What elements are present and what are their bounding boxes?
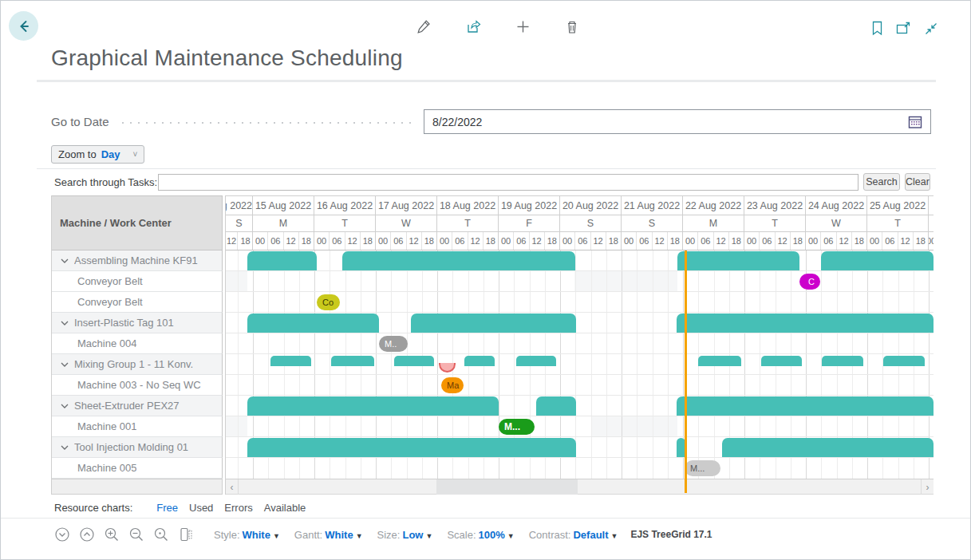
gantt-bar[interactable] xyxy=(342,251,575,270)
scroll-left-arrow[interactable]: ‹ xyxy=(226,479,239,495)
delete-icon[interactable] xyxy=(565,19,579,34)
footer-separator xyxy=(1,518,971,519)
gantt-bar[interactable] xyxy=(761,356,802,366)
print-layout-icon[interactable] xyxy=(177,526,195,543)
gantt-bar[interactable] xyxy=(677,314,934,333)
timeline-hour-cell: 18 xyxy=(299,232,314,250)
row-gridline xyxy=(226,436,934,437)
goto-date-field[interactable]: 8/22/2022 xyxy=(424,109,931,134)
task-chip[interactable]: M.. xyxy=(379,336,408,352)
scroll-right-arrow[interactable]: › xyxy=(921,479,934,495)
open-in-window-icon[interactable] xyxy=(896,21,911,36)
gantt-bar[interactable] xyxy=(821,251,934,270)
tree-group-row[interactable]: Tool Injection Molding 01 xyxy=(52,437,223,458)
zoom-in-icon[interactable] xyxy=(103,526,120,543)
gantt-bar[interactable] xyxy=(247,396,499,416)
gantt-bar[interactable] xyxy=(822,356,863,366)
timeline-hour-cell: 00 xyxy=(929,232,934,250)
hour-gridline xyxy=(668,250,669,479)
edit-icon[interactable] xyxy=(416,19,432,34)
search-button[interactable]: Search xyxy=(863,173,900,191)
tree-child-row[interactable]: Machine 004 xyxy=(52,333,223,354)
scrollbar-thumb[interactable] xyxy=(436,479,578,495)
gantt-bar[interactable] xyxy=(464,356,495,366)
chevron-down-icon[interactable] xyxy=(61,404,69,408)
resource-chart-option-used[interactable]: Used xyxy=(189,502,213,514)
tree-panel-footer xyxy=(52,479,223,495)
control-value: White xyxy=(325,529,353,541)
share-icon[interactable] xyxy=(466,19,481,34)
gantt-horizontal-scrollbar[interactable]: ‹ › xyxy=(226,479,934,495)
gantt-bar[interactable] xyxy=(411,314,576,333)
add-icon[interactable] xyxy=(515,19,531,34)
resource-chart-option-free[interactable]: Free xyxy=(156,502,178,514)
gantt-bar[interactable] xyxy=(883,356,925,366)
zoom-reset-icon[interactable] xyxy=(152,526,170,543)
gantt-bar[interactable] xyxy=(331,356,374,366)
tree-group-row[interactable]: Insert-Plastic Tag 101 xyxy=(52,313,223,333)
timeline-date-cell: 16 Aug 2022 xyxy=(314,195,376,215)
gantt-bar[interactable] xyxy=(516,356,556,366)
back-button[interactable] xyxy=(9,11,38,41)
chevron-down-icon[interactable] xyxy=(61,321,69,325)
gantt-grid-body: CCoM..MaM...M... xyxy=(226,250,934,479)
clear-button[interactable]: Clear xyxy=(905,173,930,191)
timeline-hour-cell: 00 xyxy=(253,232,268,250)
tree-group-row[interactable]: Mixing Group 1 - 11 Konv. xyxy=(52,354,223,375)
goto-date-value[interactable]: 8/22/2022 xyxy=(424,116,908,128)
gantt-bar[interactable] xyxy=(247,438,576,457)
footer-control-gantt[interactable]: Gantt:White▼ xyxy=(294,529,363,541)
calendar-icon[interactable] xyxy=(908,115,924,129)
chevron-down-icon: ˅ xyxy=(133,150,138,159)
resource-chart-option-errors[interactable]: Errors xyxy=(224,502,252,514)
gantt-bar[interactable] xyxy=(722,438,934,457)
tree-group-row[interactable]: Sheet-Extruder PEX27 xyxy=(52,396,223,416)
tree-child-row[interactable]: Machine 005 xyxy=(52,458,223,479)
gantt-treegrid: Machine / Work Center Assembling Machine… xyxy=(51,195,942,495)
gantt-bar[interactable] xyxy=(698,356,741,366)
tree-child-row[interactable]: Machine 001 xyxy=(52,416,223,437)
gantt-bar[interactable] xyxy=(536,396,576,416)
tree-child-row[interactable]: Conveyor Belt xyxy=(52,292,223,313)
zoom-to-dropdown[interactable]: Zoom to Day ˅ xyxy=(51,145,144,164)
gantt-bar[interactable] xyxy=(394,356,434,366)
gantt-bar[interactable] xyxy=(270,356,311,366)
gantt-bar[interactable] xyxy=(247,314,379,333)
expand-all-icon[interactable] xyxy=(53,526,71,543)
task-search-input[interactable] xyxy=(158,174,859,191)
footer-control-size[interactable]: Size:Low▼ xyxy=(377,529,433,541)
footer-control-style[interactable]: Style:White▼ xyxy=(214,529,280,541)
day-gridline xyxy=(622,250,622,479)
chevron-down-icon[interactable] xyxy=(61,445,69,450)
tree-child-row[interactable]: Machine 003 - No Seq WC xyxy=(52,375,223,396)
tree-child-row[interactable]: Conveyor Belt xyxy=(52,271,223,292)
exit-fullscreen-icon[interactable] xyxy=(924,21,938,36)
task-chip[interactable]: M... xyxy=(499,419,535,435)
chevron-down-icon[interactable] xyxy=(61,258,69,263)
timeline-hour-cell: 00 xyxy=(806,232,821,250)
timeline-hour-cell: 00 xyxy=(622,232,637,250)
tree-group-row[interactable]: Assembling Machine KF91 xyxy=(52,250,223,271)
task-chip[interactable]: M... xyxy=(685,460,720,476)
timeline-date-cell: 20 Aug 2022 xyxy=(560,195,622,215)
timeline-hour-cell: 06 xyxy=(330,232,345,250)
task-chip[interactable]: Ma xyxy=(441,377,464,393)
header-action-toolbar xyxy=(416,19,579,34)
chevron-down-icon[interactable] xyxy=(61,362,69,367)
collapse-all-icon[interactable] xyxy=(78,526,96,543)
timeline-hour-cell: 06 xyxy=(760,232,775,250)
timeline-hour-group: 00061218 xyxy=(622,232,683,250)
bookmark-icon[interactable] xyxy=(871,21,883,36)
row-gridline xyxy=(226,374,934,375)
zoom-out-icon[interactable] xyxy=(128,526,145,543)
gantt-bar[interactable] xyxy=(677,251,799,270)
gantt-bar[interactable] xyxy=(677,396,934,416)
resource-chart-option-available[interactable]: Available xyxy=(264,502,306,514)
timeline-hour-cell: 18 xyxy=(422,232,436,250)
footer-control-contrast[interactable]: Contrast:Default▼ xyxy=(529,529,618,541)
task-chip[interactable]: Co xyxy=(317,294,340,310)
task-chip[interactable]: C xyxy=(799,274,820,290)
timeline-hour-cell: 12 xyxy=(284,232,299,250)
footer-control-scale[interactable]: Scale:100%▼ xyxy=(447,529,514,541)
gantt-bar[interactable] xyxy=(247,251,317,270)
